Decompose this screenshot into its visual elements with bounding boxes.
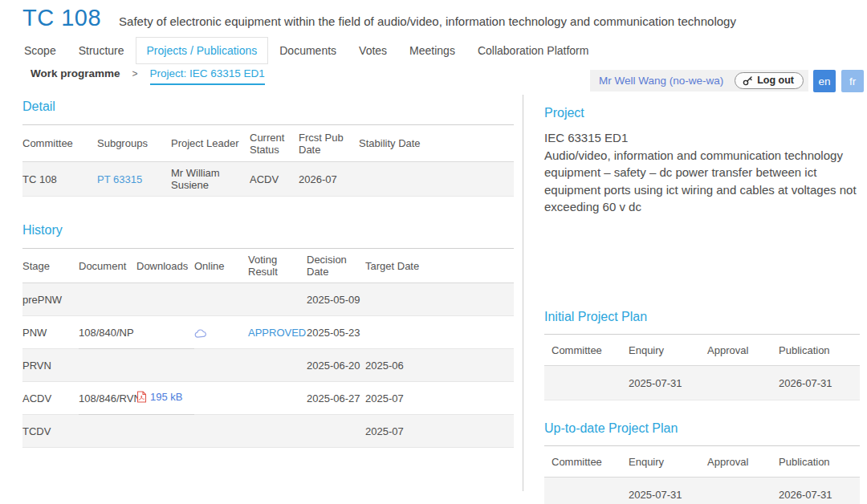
plan-committee (544, 366, 629, 400)
target-date-cell (365, 283, 514, 316)
language-en-button[interactable]: en (813, 70, 836, 92)
language-fr-button[interactable]: fr (841, 70, 864, 92)
plan-col-publication: Publication (779, 335, 860, 366)
history-col-online: Online (194, 249, 248, 283)
target-date-cell: 2025-07 (365, 382, 514, 415)
tab-collaboration-platform[interactable]: Collaboration Platform (466, 37, 600, 64)
project-heading: Project (544, 106, 859, 120)
history-col-document: Document (79, 249, 136, 283)
plan-col-committee: Committee (544, 446, 629, 478)
history-row-prvn: PRVN 2025-06-20 2025-06 (22, 349, 514, 382)
breadcrumb-work-programme[interactable]: Work programme (31, 67, 120, 79)
stage-cell: prePNW (22, 283, 79, 316)
plan-col-publication: Publication (779, 446, 860, 478)
right-column: Project IEC 63315 ED1 Audio/video, infor… (523, 95, 867, 491)
project-description: Audio/video, information and communicati… (544, 147, 864, 215)
detail-col-current-status: Current Status (250, 125, 299, 162)
download-size-link[interactable]: 195 kB (150, 391, 182, 403)
pdf-icon (136, 391, 147, 403)
initial-plan-heading: Initial Project Plan (544, 310, 859, 324)
page-header: TC 108 Safety of electronic equipment wi… (22, 5, 736, 31)
logout-label: Log out (757, 75, 794, 86)
detail-header-row: Committee Subgroups Project Leader Curre… (22, 125, 514, 162)
plan-enquiry: 2025-07-31 (629, 478, 707, 504)
plan-col-approval: Approval (707, 335, 779, 366)
user-name-link[interactable]: Mr Well Wang (no-we-wa) (599, 75, 723, 87)
history-heading: History (22, 223, 514, 238)
tab-projects-publications[interactable]: Projects / Publications (136, 37, 269, 64)
plan-publication: 2026-07-31 (779, 366, 860, 400)
stage-cell: PNW (22, 316, 79, 349)
uptodate-plan-table: Committee Enquiry Approval Publication 2… (544, 445, 860, 504)
history-row-tcdv: TCDV 2025-07 (22, 415, 514, 448)
uptodate-plan-header-row: Committee Enquiry Approval Publication (544, 446, 860, 478)
detail-col-stability-date: Stability Date (359, 125, 514, 162)
breadcrumb-current-project[interactable]: Project: IEC 63315 ED1 (150, 67, 265, 85)
downloads-cell (136, 316, 194, 349)
target-date-cell (365, 316, 514, 349)
detail-col-project-leader: Project Leader (171, 125, 250, 162)
cloud-icon[interactable] (194, 328, 208, 339)
decision-date-cell: 2025-05-23 (307, 316, 365, 349)
detail-stability-date (359, 162, 514, 197)
detail-row: TC 108 PT 63315 Mr William Susiene ACDV … (22, 162, 514, 197)
plan-col-enquiry: Enquiry (629, 446, 707, 478)
tab-votes[interactable]: Votes (348, 37, 398, 64)
document-cell: 108/840/NP (79, 316, 136, 349)
project-id: IEC 63315 ED1 (544, 131, 859, 144)
history-col-voting-result: Voting Result (248, 249, 307, 283)
target-date-cell: 2025-07 (365, 415, 514, 448)
stage-cell: PRVN (22, 349, 79, 382)
initial-plan-table: Committee Enquiry Approval Publication 2… (544, 334, 860, 400)
detail-table: Committee Subgroups Project Leader Curre… (22, 124, 514, 197)
target-date-cell: 2025-06 (365, 349, 514, 382)
history-col-decision-date: Decision Date (307, 249, 365, 283)
detail-col-committee: Committee (22, 125, 97, 162)
plan-col-committee: Committee (544, 335, 629, 366)
stage-cell: TCDV (22, 415, 79, 448)
decision-date-cell: 2025-06-27 (307, 382, 365, 415)
decision-date-cell: 2025-05-09 (307, 283, 365, 316)
tab-documents[interactable]: Documents (268, 37, 348, 64)
initial-plan-header-row: Committee Enquiry Approval Publication (544, 335, 860, 366)
decision-date-cell (307, 415, 365, 448)
plan-enquiry: 2025-07-31 (629, 366, 707, 400)
uptodate-plan-heading: Up-to-date Project Plan (544, 421, 859, 436)
detail-col-frcst-pub-date: Frcst Pub Date (299, 125, 359, 162)
downloads-cell: 195 kB (136, 382, 194, 415)
breadcrumb: Work programme > Project: IEC 63315 ED1 (31, 67, 265, 85)
committee-subtitle: Safety of electronic equipment within th… (119, 14, 736, 28)
history-row-acdv: ACDV 108/846/RVN 195 kB 20 (22, 382, 514, 415)
logout-button[interactable]: Log out (735, 72, 804, 89)
initial-plan-row: 2025-07-31 2026-07-31 (544, 366, 860, 400)
document-cell: 108/846/RVN (79, 382, 136, 415)
detail-heading: Detail (22, 100, 514, 114)
history-col-target-date: Target Date (365, 249, 514, 283)
detail-current-status: ACDV (250, 162, 299, 197)
detail-frcst-pub-date: 2026-07 (299, 162, 359, 197)
history-header-row: Stage Document Downloads Online Voting R… (22, 249, 514, 283)
plan-approval (707, 478, 779, 504)
stage-cell: ACDV (22, 382, 79, 415)
user-bar: Mr Well Wang (no-we-wa) Log out (590, 70, 808, 91)
detail-committee: TC 108 (22, 162, 97, 197)
tab-meetings[interactable]: Meetings (398, 37, 466, 64)
detail-col-subgroups: Subgroups (97, 125, 171, 162)
voting-result-link[interactable]: APPROVED (248, 327, 306, 339)
decision-date-cell: 2025-06-20 (307, 349, 365, 382)
committee-title: TC 108 (22, 5, 101, 31)
history-row-prepnw: prePNW 2025-05-09 (22, 283, 514, 316)
tab-scope[interactable]: Scope (13, 37, 67, 64)
history-col-downloads: Downloads (136, 249, 194, 283)
plan-committee (544, 478, 629, 504)
plan-publication: 2026-07-31 (779, 478, 860, 504)
plan-approval (707, 366, 779, 400)
uptodate-plan-row: 2025-07-31 2026-07-31 (544, 478, 860, 504)
tab-structure[interactable]: Structure (67, 37, 136, 64)
history-col-stage: Stage (22, 249, 79, 283)
left-column: Detail Committee Subgroups Project Leade… (22, 100, 514, 448)
plan-col-approval: Approval (707, 446, 779, 478)
key-icon (743, 75, 753, 86)
subgroup-link[interactable]: PT 63315 (97, 173, 142, 185)
plan-col-enquiry: Enquiry (629, 335, 707, 366)
